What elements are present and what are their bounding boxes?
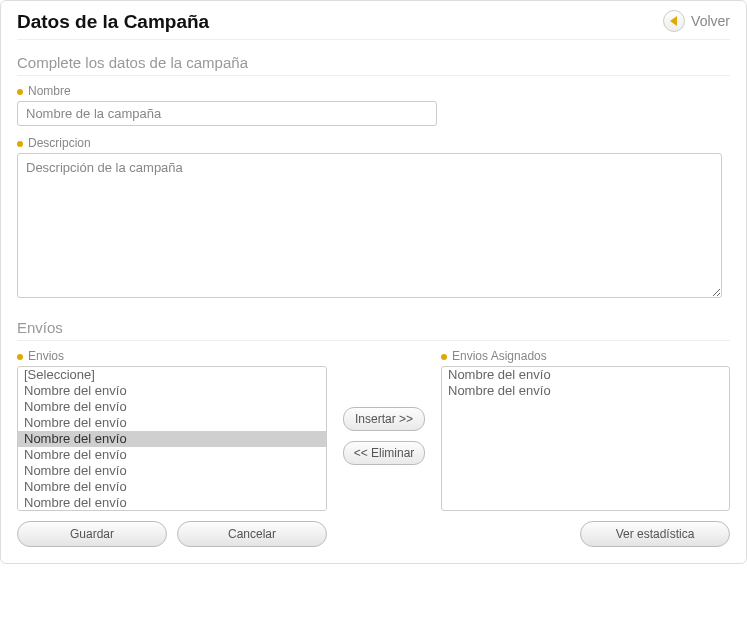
- field-nombre: Nombre: [17, 84, 730, 126]
- envios-available-listbox[interactable]: [Seleccione]Nombre del envíoNombre del e…: [17, 366, 327, 511]
- bullet-icon: [17, 354, 23, 360]
- envios-assigned-listbox[interactable]: Nombre del envíoNombre del envío: [441, 366, 730, 511]
- bullet-icon: [17, 141, 23, 147]
- guardar-button[interactable]: Guardar: [17, 521, 167, 547]
- envios-available-column: Envios [Seleccione]Nombre del envíoNombr…: [17, 349, 327, 511]
- header: Datos de la Campaña Volver: [17, 9, 730, 40]
- cancelar-button[interactable]: Cancelar: [177, 521, 327, 547]
- descripcion-label-row: Descripcion: [17, 136, 730, 150]
- field-descripcion: Descripcion: [17, 136, 730, 301]
- button-row: Guardar Cancelar Ver estadística: [17, 521, 730, 547]
- envios-transfer-buttons: Insertar >> << Eliminar: [339, 349, 429, 465]
- list-item[interactable]: Nombre del envío: [18, 479, 326, 495]
- ver-estadistica-button[interactable]: Ver estadística: [580, 521, 730, 547]
- back-arrow-icon: [663, 10, 685, 32]
- panel-inner: Datos de la Campaña Volver Complete los …: [1, 1, 746, 563]
- nombre-input[interactable]: [17, 101, 437, 126]
- back-link[interactable]: Volver: [663, 10, 730, 32]
- nombre-label-row: Nombre: [17, 84, 730, 98]
- list-item[interactable]: [Seleccione]: [18, 367, 326, 383]
- bullet-icon: [17, 89, 23, 95]
- envios-assigned-column: Envios Asignados Nombre del envíoNombre …: [441, 349, 730, 511]
- list-item[interactable]: Nombre del envío: [18, 447, 326, 463]
- section1-heading: Complete los datos de la campaña: [17, 54, 730, 76]
- list-item[interactable]: Nombre del envío: [18, 415, 326, 431]
- descripcion-textarea[interactable]: [17, 153, 722, 298]
- asignados-label: Envios Asignados: [452, 349, 547, 363]
- list-item[interactable]: Nombre del envío: [18, 495, 326, 511]
- campaign-panel: Datos de la Campaña Volver Complete los …: [0, 0, 747, 564]
- envios-label-row: Envios: [17, 349, 327, 363]
- asignados-label-row: Envios Asignados: [441, 349, 730, 363]
- list-item[interactable]: Nombre del envío: [442, 367, 729, 383]
- list-item[interactable]: Nombre del envío: [18, 383, 326, 399]
- nombre-label: Nombre: [28, 84, 71, 98]
- list-item[interactable]: Nombre del envío: [442, 383, 729, 399]
- back-label: Volver: [691, 13, 730, 29]
- list-item[interactable]: Nombre del envío: [18, 463, 326, 479]
- descripcion-label: Descripcion: [28, 136, 91, 150]
- insertar-button[interactable]: Insertar >>: [343, 407, 425, 431]
- envios-label: Envios: [28, 349, 64, 363]
- envios-row: Envios [Seleccione]Nombre del envíoNombr…: [17, 349, 730, 511]
- list-item[interactable]: Nombre del envío: [18, 399, 326, 415]
- page-title: Datos de la Campaña: [17, 11, 209, 33]
- list-item[interactable]: Nombre del envío: [18, 431, 326, 447]
- section2-heading: Envíos: [17, 319, 730, 341]
- button-group-left: Guardar Cancelar: [17, 521, 327, 547]
- eliminar-button[interactable]: << Eliminar: [343, 441, 426, 465]
- bullet-icon: [441, 354, 447, 360]
